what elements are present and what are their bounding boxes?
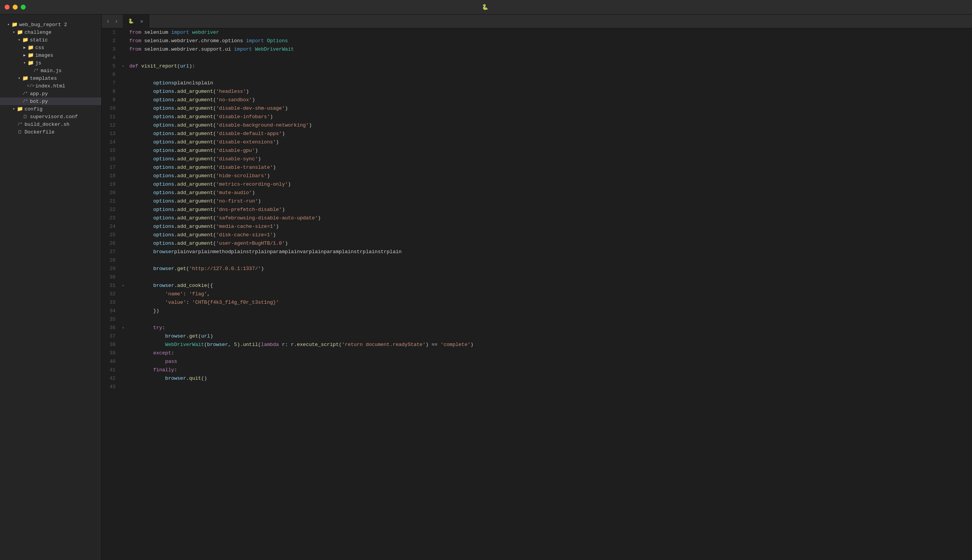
file-label: supervisord.conf xyxy=(30,114,78,120)
sidebar-item-config[interactable]: ▾ 📁 config xyxy=(0,105,101,113)
line-content xyxy=(126,383,972,391)
code-table: 1from selenium import webdriver2from sel… xyxy=(102,28,972,391)
file-icon: /* xyxy=(22,90,28,97)
tab-close-button[interactable]: ✕ xyxy=(140,18,143,25)
folder-label: config xyxy=(25,106,43,112)
tab-bot-py[interactable]: 🐍 ✕ xyxy=(123,15,149,28)
line-content: except: xyxy=(126,349,972,357)
line-number: 27 xyxy=(102,248,120,256)
minimize-button[interactable] xyxy=(13,5,18,10)
line-content: options.add_argument('safebrowsing-disab… xyxy=(126,214,972,222)
sidebar: ▾ 📁 web_bug_report 2 ▾ 📁 challenge ▾ 📁 s… xyxy=(0,15,102,560)
folder-label: challenge xyxy=(25,30,52,35)
maximize-button[interactable] xyxy=(21,5,26,10)
fold-indicator xyxy=(120,383,126,391)
line-content: options.add_argument('disable-infobars') xyxy=(126,113,972,121)
sidebar-item-images[interactable]: ▶ 📁 images xyxy=(0,52,101,59)
fold-indicator xyxy=(120,121,126,130)
code-line-42: 42 browser.quit() xyxy=(102,374,972,383)
line-number: 17 xyxy=(102,163,120,172)
line-content: options.add_argument('disable-translate'… xyxy=(126,163,972,172)
fold-indicator xyxy=(120,104,126,113)
sidebar-item-web-bug-report[interactable]: ▾ 📁 web_bug_report 2 xyxy=(0,21,101,28)
line-number: 22 xyxy=(102,206,120,214)
sidebar-item-index-html[interactable]: ▶ </> index.html xyxy=(0,82,101,90)
fold-indicator xyxy=(120,28,126,37)
fold-indicator[interactable]: ▾ xyxy=(120,324,126,332)
chevron-down-icon: ▾ xyxy=(16,75,22,81)
line-content: browser.get('http://127.0.0.1:1337/') xyxy=(126,265,972,273)
tab-bar: ‹ › 🐍 ✕ xyxy=(102,15,972,28)
line-number: 14 xyxy=(102,138,120,147)
code-line-23: 23 options.add_argument('safebrowsing-di… xyxy=(102,214,972,222)
line-number: 32 xyxy=(102,290,120,298)
line-content: pass xyxy=(126,357,972,366)
code-editor[interactable]: 1from selenium import webdriver2from sel… xyxy=(102,28,972,560)
editor-area: ‹ › 🐍 ✕ 1from selenium import webdriver2… xyxy=(102,15,972,560)
nav-forward-button[interactable]: › xyxy=(113,17,120,26)
line-number: 40 xyxy=(102,357,120,366)
folder-icon: 📁 xyxy=(28,45,34,51)
code-line-11: 11 options.add_argument('disable-infobar… xyxy=(102,113,972,121)
code-line-9: 9 options.add_argument('no-sandbox') xyxy=(102,96,972,104)
sidebar-item-templates[interactable]: ▾ 📁 templates xyxy=(0,74,101,82)
line-content: options.add_argument('mute-audio') xyxy=(126,189,972,197)
fold-indicator xyxy=(120,298,126,307)
code-line-35: 35 xyxy=(102,315,972,324)
nav-back-button[interactable]: ‹ xyxy=(105,17,112,26)
line-content xyxy=(126,256,972,265)
line-content: browser.add_cookie({ xyxy=(126,282,972,290)
sidebar-item-static[interactable]: ▾ 📁 static xyxy=(0,36,101,44)
fold-indicator[interactable]: ▾ xyxy=(120,62,126,70)
line-number: 25 xyxy=(102,231,120,239)
fold-indicator xyxy=(120,214,126,222)
code-line-7: 7 optionsplainclsplain xyxy=(102,79,972,87)
sidebar-item-css[interactable]: ▶ 📁 css xyxy=(0,44,101,52)
sidebar-item-js[interactable]: ▾ 📁 js xyxy=(0,59,101,67)
fold-indicator xyxy=(120,70,126,79)
folder-icon: 📁 xyxy=(12,22,18,28)
line-content: }) xyxy=(126,307,972,315)
line-content: browser.get(url) xyxy=(126,332,972,341)
line-content: options.add_argument('metrics-recording-… xyxy=(126,180,972,189)
fold-indicator xyxy=(120,147,126,155)
fold-indicator xyxy=(120,290,126,298)
fold-indicator xyxy=(120,130,126,138)
sidebar-item-build-docker[interactable]: ▶ /* build_docker.sh xyxy=(0,120,101,128)
sidebar-item-challenge[interactable]: ▾ 📁 challenge xyxy=(0,28,101,36)
fold-indicator xyxy=(120,256,126,265)
fold-indicator xyxy=(120,197,126,206)
line-number: 7 xyxy=(102,79,120,87)
sidebar-item-supervisord[interactable]: ▶ 🗋 supervisord.conf xyxy=(0,113,101,120)
code-line-26: 26 options.add_argument('user-agent=BugH… xyxy=(102,239,972,248)
folder-icon: 📁 xyxy=(17,106,23,112)
line-content: try: xyxy=(126,324,972,332)
code-line-37: 37 browser.get(url) xyxy=(102,332,972,341)
line-content: browserplainvarplainmethodplainstrplainp… xyxy=(126,248,972,256)
fold-indicator[interactable]: ▾ xyxy=(120,282,126,290)
sidebar-item-bot-py[interactable]: ▶ /* bot.py xyxy=(0,97,101,105)
sidebar-item-main-js[interactable]: ▶ /* main.js xyxy=(0,67,101,74)
folder-icon: 📁 xyxy=(22,75,28,81)
sidebar-item-app-py[interactable]: ▶ /* app.py xyxy=(0,90,101,97)
code-line-32: 32 'name': 'flag', xyxy=(102,290,972,298)
folder-label: js xyxy=(35,60,42,66)
code-line-31: 31▾ browser.add_cookie({ xyxy=(102,282,972,290)
line-number: 38 xyxy=(102,341,120,349)
file-icon: 🐍 xyxy=(482,4,488,10)
folder-icon: 📁 xyxy=(22,37,28,43)
code-line-8: 8 options.add_argument('headless') xyxy=(102,87,972,96)
sidebar-item-dockerfile[interactable]: ▶ 🗋 Dockerfile xyxy=(0,128,101,136)
line-number: 33 xyxy=(102,298,120,307)
chevron-right-icon: ▶ xyxy=(22,45,28,51)
line-number: 39 xyxy=(102,349,120,357)
file-label: bot.py xyxy=(30,98,48,104)
close-button[interactable] xyxy=(5,5,10,10)
code-line-6: 6 xyxy=(102,70,972,79)
line-content: from selenium.webdriver.chrome.options i… xyxy=(126,37,972,45)
file-icon: 🗋 xyxy=(17,129,23,135)
code-line-18: 18 options.add_argument('hide-scrollbars… xyxy=(102,172,972,180)
code-line-41: 41 finally: xyxy=(102,366,972,374)
line-content: options.add_argument('disable-dev-shm-us… xyxy=(126,104,972,113)
code-line-24: 24 options.add_argument('media-cache-siz… xyxy=(102,222,972,231)
